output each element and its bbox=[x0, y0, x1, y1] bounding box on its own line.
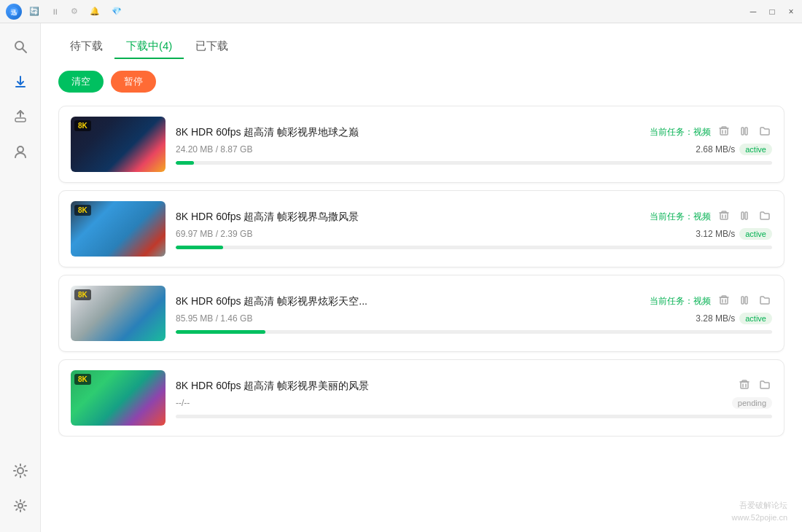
sidebar-item-search[interactable] bbox=[6, 32, 35, 61]
item-info-2: 8K HDR 60fps 超高清 帧彩视界鸟撒风景 当前任务：视频 bbox=[176, 208, 772, 249]
folder-icon-4[interactable] bbox=[758, 378, 772, 394]
folder-icon-1[interactable] bbox=[758, 124, 772, 141]
item-actions-4 bbox=[737, 378, 772, 394]
item-size-3: 85.95 MB / 1.46 GB bbox=[176, 313, 252, 324]
delete-icon-4[interactable] bbox=[737, 378, 752, 394]
svg-line-16 bbox=[24, 466, 25, 466]
clear-button[interactable]: 清空 bbox=[58, 71, 104, 93]
svg-point-18 bbox=[18, 504, 23, 508]
item-size-2: 69.97 MB / 2.39 GB bbox=[176, 229, 252, 239]
tab-completed[interactable]: 已下载 bbox=[184, 35, 240, 59]
svg-rect-29 bbox=[720, 297, 728, 304]
item-size-1: 24.20 MB / 8.87 GB bbox=[176, 144, 252, 154]
download-item-2: 8K 8K HDR 60fps 超高清 帧彩视界鸟撒风景 当前任务：视频 bbox=[58, 190, 785, 267]
window-controls: ─ □ × bbox=[748, 7, 796, 17]
toolbar-icon-3[interactable]: ⚙ bbox=[68, 5, 81, 17]
item-actions-3: 当前任务：视频 bbox=[650, 293, 772, 310]
item-header-1: 8K HDR 60fps 超高清 帧彩视界地球之巅 当前任务：视频 bbox=[176, 124, 772, 141]
toolbar-icon-5[interactable]: 💎 bbox=[109, 5, 125, 17]
maximize-button[interactable]: □ bbox=[767, 7, 777, 17]
svg-rect-28 bbox=[745, 212, 747, 219]
thumbnail-2: 8K bbox=[71, 201, 166, 257]
sidebar-item-theme[interactable] bbox=[6, 456, 35, 485]
sidebar-item-upload[interactable] bbox=[6, 102, 35, 131]
svg-point-9 bbox=[17, 468, 23, 474]
item-title-1: 8K HDR 60fps 超高清 帧彩视界地球之巅 bbox=[176, 126, 359, 139]
task-label-2: 当前任务：视频 bbox=[650, 211, 711, 223]
svg-rect-32 bbox=[741, 297, 744, 304]
status-badge-1: active bbox=[739, 144, 772, 155]
svg-rect-19 bbox=[720, 128, 728, 135]
item-title-4: 8K HDR 60fps 超高清 帧彩视界美丽的风景 bbox=[176, 380, 369, 393]
progress-fill-2 bbox=[176, 246, 223, 249]
item-header-3: 8K HDR 60fps 超高清 帧彩视界炫彩天空... 当前任务：视频 bbox=[176, 293, 772, 310]
thumbnail-3: 8K bbox=[71, 286, 166, 341]
svg-point-8 bbox=[17, 146, 23, 152]
svg-rect-22 bbox=[741, 128, 744, 135]
item-size-4: --/-- bbox=[176, 398, 190, 408]
pause-button[interactable]: 暂停 bbox=[111, 71, 156, 93]
app-logo: 迅 bbox=[6, 4, 22, 20]
status-badge-2: active bbox=[739, 228, 772, 240]
thumb-badge-1: 8K bbox=[74, 120, 91, 131]
status-badge-3: active bbox=[739, 313, 772, 324]
sidebar-item-settings[interactable] bbox=[6, 491, 35, 520]
item-header-2: 8K HDR 60fps 超高清 帧彩视界鸟撒风景 当前任务：视频 bbox=[176, 208, 772, 225]
thumbnail-4: 8K bbox=[71, 370, 166, 426]
speed-value-2: 3.12 MB/s bbox=[696, 229, 735, 239]
sidebar-item-download[interactable] bbox=[6, 67, 35, 96]
delete-icon-2[interactable] bbox=[717, 208, 731, 225]
toolbar-icon-4[interactable]: 🔔 bbox=[87, 5, 103, 17]
delete-icon-3[interactable] bbox=[717, 293, 731, 310]
progress-wrap-3 bbox=[176, 330, 772, 334]
item-meta-3: 85.95 MB / 1.46 GB 3.28 MB/s active bbox=[176, 313, 772, 324]
svg-line-17 bbox=[15, 474, 16, 475]
task-label-1: 当前任务：视频 bbox=[650, 126, 711, 138]
toolbar-icon-2[interactable]: ⏸ bbox=[48, 6, 62, 17]
progress-wrap-2 bbox=[176, 246, 772, 249]
toolbar-icon-1[interactable]: 🔄 bbox=[26, 5, 42, 17]
svg-rect-27 bbox=[741, 212, 744, 219]
delete-icon-1[interactable] bbox=[717, 124, 731, 141]
action-bar: 清空 暂停 bbox=[58, 71, 785, 93]
item-title-3: 8K HDR 60fps 超高清 帧彩视界炫彩天空... bbox=[176, 295, 367, 308]
svg-line-14 bbox=[15, 466, 16, 466]
titlebar-left: 迅 🔄 ⏸ ⚙ 🔔 💎 bbox=[6, 4, 125, 20]
folder-icon-3[interactable] bbox=[758, 293, 772, 310]
svg-text:迅: 迅 bbox=[11, 9, 17, 15]
sidebar-item-user[interactable] bbox=[6, 137, 35, 166]
sidebar bbox=[0, 23, 41, 532]
folder-icon-2[interactable] bbox=[758, 208, 772, 225]
item-meta-4: --/-- pending bbox=[176, 397, 772, 409]
item-info-3: 8K HDR 60fps 超高清 帧彩视界炫彩天空... 当前任务：视频 bbox=[176, 293, 772, 334]
task-label-3: 当前任务：视频 bbox=[650, 295, 711, 308]
titlebar: 迅 🔄 ⏸ ⚙ 🔔 💎 ─ □ × bbox=[0, 0, 802, 23]
sidebar-bottom bbox=[6, 456, 35, 532]
pause-icon-1[interactable] bbox=[737, 124, 752, 141]
close-button[interactable]: × bbox=[786, 7, 796, 17]
download-item-3: 8K 8K HDR 60fps 超高清 帧彩视界炫彩天空... 当前任务：视频 bbox=[58, 275, 785, 352]
thumb-badge-4: 8K bbox=[74, 374, 91, 385]
svg-rect-34 bbox=[741, 382, 748, 388]
item-info-4: 8K HDR 60fps 超高清 帧彩视界美丽的风景 bbox=[176, 378, 772, 418]
item-speed-wrap-2: 3.12 MB/s active bbox=[696, 228, 772, 240]
pause-icon-3[interactable] bbox=[737, 293, 752, 310]
thumb-badge-3: 8K bbox=[74, 289, 91, 300]
titlebar-toolbar: 🔄 ⏸ ⚙ 🔔 💎 bbox=[26, 5, 125, 17]
progress-wrap-1 bbox=[176, 161, 772, 165]
status-badge-4: pending bbox=[732, 397, 772, 409]
speed-value-3: 3.28 MB/s bbox=[696, 313, 735, 324]
tab-pending[interactable]: 待下载 bbox=[58, 35, 114, 59]
progress-fill-1 bbox=[176, 161, 194, 165]
thumb-badge-2: 8K bbox=[74, 205, 91, 216]
svg-rect-33 bbox=[745, 297, 747, 304]
minimize-button[interactable]: ─ bbox=[748, 7, 758, 17]
tab-downloading[interactable]: 下载中(4) bbox=[114, 35, 184, 59]
pause-icon-2[interactable] bbox=[737, 208, 752, 225]
svg-rect-23 bbox=[745, 128, 747, 135]
item-info-1: 8K HDR 60fps 超高清 帧彩视界地球之巅 当前任务：视频 bbox=[176, 124, 772, 165]
download-list: 8K 8K HDR 60fps 超高清 帧彩视界地球之巅 当前任务：视频 bbox=[58, 106, 785, 437]
progress-wrap-4 bbox=[176, 415, 772, 418]
svg-rect-24 bbox=[720, 213, 728, 219]
thumbnail-1: 8K bbox=[71, 117, 166, 172]
